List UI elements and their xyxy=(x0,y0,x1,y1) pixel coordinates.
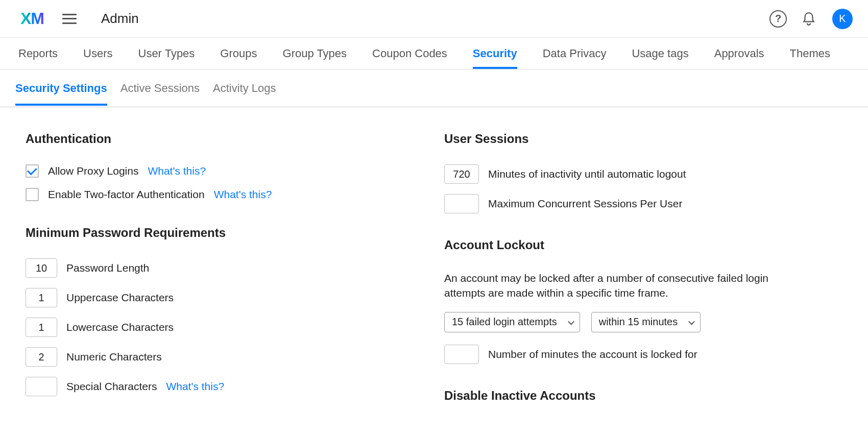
tab-user-types[interactable]: User Types xyxy=(138,38,195,69)
tab-coupon-codes[interactable]: Coupon Codes xyxy=(372,38,447,69)
disable-inactive-title: Disable Inactive Accounts xyxy=(444,389,842,403)
chevron-down-icon xyxy=(688,319,695,325)
subtab-security-settings[interactable]: Security Settings xyxy=(15,71,107,105)
lock-minutes-input[interactable] xyxy=(444,345,479,364)
tab-data-privacy[interactable]: Data Privacy xyxy=(543,38,607,69)
two-factor-checkbox[interactable] xyxy=(26,188,39,201)
password-length-label: Password Length xyxy=(66,262,149,274)
lowercase-label: Lowercase Characters xyxy=(66,321,174,333)
tab-reports[interactable]: Reports xyxy=(18,38,58,69)
concurrent-row: Maximum Concurrent Sessions Per User xyxy=(444,194,842,213)
uppercase-label: Uppercase Characters xyxy=(66,292,174,304)
tab-themes[interactable]: Themes xyxy=(790,38,830,69)
numeric-input[interactable] xyxy=(26,347,57,367)
menu-icon[interactable] xyxy=(62,14,77,24)
subtab-active-sessions[interactable]: Active Sessions xyxy=(120,71,200,105)
right-column: User Sessions Minutes of inactivity unti… xyxy=(444,132,842,427)
account-lockout-title: Account Lockout xyxy=(444,238,842,252)
failed-attempts-value: 15 failed login attempts xyxy=(452,316,557,328)
password-length-row: Password Length xyxy=(26,258,424,278)
allow-proxy-help-link[interactable]: What's this? xyxy=(148,165,206,177)
user-sessions-title: User Sessions xyxy=(444,132,842,146)
password-length-input[interactable] xyxy=(26,258,57,278)
chevron-down-icon xyxy=(568,319,574,325)
uppercase-input[interactable] xyxy=(26,288,57,307)
password-requirements-section: Minimum Password Requirements Password L… xyxy=(26,226,424,396)
account-lockout-section: Account Lockout An account may be locked… xyxy=(444,238,842,364)
inactivity-input[interactable] xyxy=(444,164,479,184)
two-factor-row: Enable Two-factor Authentication What's … xyxy=(26,188,424,201)
allow-proxy-label: Allow Proxy Logins xyxy=(48,165,138,177)
numeric-row: Numeric Characters xyxy=(26,347,424,367)
tab-security[interactable]: Security xyxy=(473,38,517,69)
special-help-link[interactable]: What's this? xyxy=(166,380,224,393)
help-icon[interactable]: ? xyxy=(769,10,787,28)
content: Authentication Allow Proxy Logins What's… xyxy=(0,107,868,427)
secondary-tabs: Security Settings Active Sessions Activi… xyxy=(0,69,868,107)
numeric-label: Numeric Characters xyxy=(66,351,162,363)
lockout-select-row: 15 failed login attempts within 15 minut… xyxy=(444,312,842,332)
lowercase-row: Lowercase Characters xyxy=(26,318,424,337)
tab-users[interactable]: Users xyxy=(83,38,112,69)
uppercase-row: Uppercase Characters xyxy=(26,288,424,307)
authentication-title: Authentication xyxy=(26,132,424,146)
lockout-window-select[interactable]: within 15 minutes xyxy=(591,312,701,332)
failed-attempts-select[interactable]: 15 failed login attempts xyxy=(444,312,580,332)
lockout-window-value: within 15 minutes xyxy=(599,316,678,328)
tab-groups[interactable]: Groups xyxy=(220,38,257,69)
disable-inactive-section: Disable Inactive Accounts xyxy=(444,389,842,403)
left-column: Authentication Allow Proxy Logins What's… xyxy=(26,132,424,427)
concurrent-input[interactable] xyxy=(444,194,479,213)
allow-proxy-row: Allow Proxy Logins What's this? xyxy=(26,164,424,178)
tab-group-types[interactable]: Group Types xyxy=(283,38,347,69)
subtab-activity-logs[interactable]: Activity Logs xyxy=(213,71,276,105)
page-title: Admin xyxy=(101,11,139,27)
lock-minutes-row: Number of minutes the account is locked … xyxy=(444,345,842,364)
user-sessions-section: User Sessions Minutes of inactivity unti… xyxy=(444,132,842,213)
special-row: Special Characters What's this? xyxy=(26,377,424,396)
avatar[interactable]: K xyxy=(832,9,853,29)
lock-minutes-label: Number of minutes the account is locked … xyxy=(488,348,697,360)
inactivity-row: Minutes of inactivity until automatic lo… xyxy=(444,164,842,184)
tab-usage-tags[interactable]: Usage tags xyxy=(632,38,688,69)
top-bar: XM Admin ? K xyxy=(0,0,868,38)
authentication-section: Authentication Allow Proxy Logins What's… xyxy=(26,132,424,201)
tab-approvals[interactable]: Approvals xyxy=(714,38,764,69)
special-input[interactable] xyxy=(26,377,57,396)
bell-icon[interactable] xyxy=(800,10,818,28)
primary-tabs: Reports Users User Types Groups Group Ty… xyxy=(0,38,868,69)
concurrent-label: Maximum Concurrent Sessions Per User xyxy=(488,198,682,210)
lowercase-input[interactable] xyxy=(26,318,57,337)
account-lockout-desc: An account may be locked after a number … xyxy=(444,271,812,301)
inactivity-label: Minutes of inactivity until automatic lo… xyxy=(488,168,686,180)
logo: XM xyxy=(20,9,44,28)
special-label: Special Characters xyxy=(66,380,157,393)
two-factor-help-link[interactable]: What's this? xyxy=(214,188,272,201)
allow-proxy-checkbox[interactable] xyxy=(26,164,39,178)
two-factor-label: Enable Two-factor Authentication xyxy=(48,188,205,201)
password-requirements-title: Minimum Password Requirements xyxy=(26,226,424,240)
